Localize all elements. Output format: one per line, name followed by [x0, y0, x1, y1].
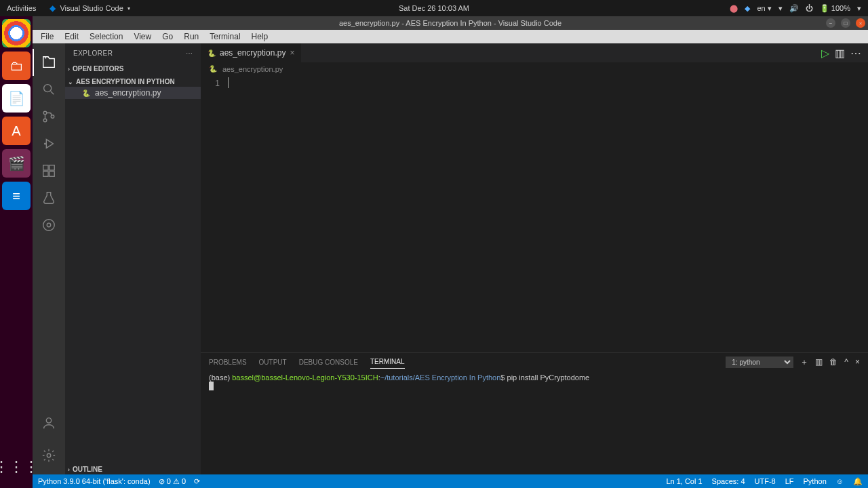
- dock-video-icon[interactable]: 🎬: [2, 149, 31, 178]
- dock-files-icon[interactable]: 🗀: [2, 52, 31, 80]
- menu-file[interactable]: File: [35, 32, 59, 41]
- open-editors-label: OPEN EDITORS: [73, 65, 123, 73]
- file-tree-item[interactable]: 🐍 aes_encryption.py: [65, 87, 201, 99]
- python-file-icon: 🐍: [81, 88, 91, 98]
- network-icon[interactable]: ▾: [778, 4, 783, 13]
- menu-help[interactable]: Help: [246, 32, 274, 41]
- activity-test-icon[interactable]: [33, 184, 65, 211]
- editor-tabs: 🐍 aes_encryption.py × ▷ ▥ ⋯: [201, 43, 868, 62]
- open-editors-header[interactable]: › OPEN EDITORS: [65, 64, 201, 74]
- terminal-select[interactable]: 1: python: [726, 357, 793, 368]
- tray-icon[interactable]: ◆: [745, 4, 750, 13]
- editor-more-icon[interactable]: ⋯: [850, 47, 861, 60]
- status-liveserver[interactable]: ⟳: [194, 477, 200, 486]
- svg-point-13: [47, 453, 51, 458]
- status-notifications-icon[interactable]: 🔔: [853, 477, 863, 486]
- svg-rect-9: [50, 171, 54, 176]
- maximize-panel-icon[interactable]: ^: [844, 357, 848, 367]
- window-close-button[interactable]: ×: [856, 18, 865, 28]
- vscode-window: aes_encryption.py - AES Encryption In Py…: [33, 16, 868, 488]
- editor-area: 🐍 aes_encryption.py × ▷ ▥ ⋯ 🐍 aes_encryp…: [201, 43, 868, 474]
- status-eol[interactable]: LF: [785, 477, 794, 485]
- close-panel-icon[interactable]: ×: [855, 357, 860, 367]
- terminal-content[interactable]: (base) bassel@bassel-Lenovo-Legion-Y530-…: [201, 371, 868, 474]
- menu-terminal[interactable]: Terminal: [204, 32, 245, 41]
- bottom-panel: PROBLEMS OUTPUT DEBUG CONSOLE TERMINAL 1…: [201, 352, 868, 474]
- power-icon[interactable]: ⏻: [806, 4, 813, 12]
- activity-extensions-icon[interactable]: [33, 157, 65, 184]
- menu-edit[interactable]: Edit: [59, 32, 84, 41]
- activity-explorer-icon[interactable]: [33, 49, 65, 76]
- dock-vscode-icon[interactable]: ≡: [2, 182, 31, 210]
- term-env: (base): [209, 373, 232, 382]
- activity-bar: [33, 43, 65, 474]
- status-python[interactable]: Python 3.9.0 64-bit ('flask': conda): [38, 477, 151, 485]
- battery-indicator[interactable]: 🔋 100%: [820, 4, 850, 13]
- python-file-icon: 🐍: [209, 65, 217, 73]
- sidebar-more-icon[interactable]: ⋯: [186, 49, 193, 57]
- tab-close-icon[interactable]: ×: [290, 48, 294, 58]
- window-maximize-button[interactable]: □: [841, 18, 850, 28]
- split-terminal-icon[interactable]: ▥: [815, 357, 823, 367]
- breadcrumb[interactable]: 🐍 aes_encryption.py: [201, 62, 868, 76]
- activities-button[interactable]: Activities: [7, 4, 36, 12]
- status-language[interactable]: Python: [804, 477, 827, 485]
- panel-tab-problems[interactable]: PROBLEMS: [209, 356, 247, 369]
- svg-point-10: [43, 220, 55, 231]
- svg-point-2: [43, 111, 47, 115]
- svg-point-4: [51, 115, 54, 119]
- system-menu-icon[interactable]: ▾: [857, 4, 861, 13]
- activity-debug-icon[interactable]: [33, 130, 65, 157]
- status-encoding[interactable]: UTF-8: [755, 477, 776, 485]
- project-header[interactable]: ⌄ AES ENCRYPTION IN PYTHON: [65, 77, 201, 87]
- outline-header[interactable]: › OUTLINE: [65, 464, 201, 474]
- python-file-icon: 🐍: [208, 49, 216, 57]
- dock-apps-icon[interactable]: ⋮⋮⋮: [2, 453, 31, 481]
- dock-libreoffice-icon[interactable]: 📄: [2, 84, 31, 113]
- split-editor-icon[interactable]: ▥: [835, 47, 845, 60]
- dock-software-icon[interactable]: A: [2, 117, 31, 145]
- language-indicator[interactable]: en ▾: [757, 4, 771, 13]
- menu-selection[interactable]: Selection: [84, 32, 128, 41]
- chevron-down-icon: ⌄: [68, 79, 73, 85]
- menu-view[interactable]: View: [128, 32, 157, 41]
- dropdown-icon: ▾: [127, 5, 130, 12]
- file-label: aes_encryption.py: [95, 88, 161, 98]
- editor-tab[interactable]: 🐍 aes_encryption.py ×: [201, 43, 302, 62]
- status-feedback-icon[interactable]: ☺: [836, 477, 844, 485]
- line-number: 1: [201, 77, 220, 89]
- vscode-icon: ◆: [50, 3, 56, 13]
- activity-live-icon[interactable]: [33, 211, 65, 239]
- activity-search-icon[interactable]: [33, 76, 65, 103]
- editor-content[interactable]: 1: [201, 76, 868, 352]
- app-menu[interactable]: ◆ Visual Studio Code ▾: [45, 3, 134, 13]
- window-minimize-button[interactable]: −: [826, 18, 835, 28]
- status-indentation[interactable]: Spaces: 4: [712, 477, 745, 485]
- status-problems[interactable]: ⊘ 0 ⚠ 0: [159, 477, 186, 486]
- kill-terminal-icon[interactable]: 🗑: [829, 357, 837, 367]
- svg-rect-6: [43, 165, 48, 170]
- term-userhost: bassel@bassel-Lenovo-Legion-Y530-15ICH: [232, 373, 378, 382]
- system-datetime[interactable]: Sat Dec 26 10:03 AM: [399, 4, 469, 12]
- chevron-right-icon: ›: [68, 466, 70, 473]
- dock-chrome-icon[interactable]: [2, 19, 31, 47]
- code-area[interactable]: [228, 76, 868, 352]
- volume-icon[interactable]: 🔊: [789, 4, 799, 13]
- run-file-icon[interactable]: ▷: [821, 47, 829, 60]
- panel-tab-terminal[interactable]: TERMINAL: [370, 355, 405, 369]
- activity-settings-icon[interactable]: [33, 442, 65, 469]
- menu-go[interactable]: Go: [157, 32, 178, 41]
- chevron-right-icon: ›: [68, 66, 70, 73]
- outline-label: OUTLINE: [73, 466, 102, 473]
- menu-run[interactable]: Run: [178, 32, 204, 41]
- panel-tab-debug[interactable]: DEBUG CONSOLE: [299, 356, 358, 369]
- activity-account-icon[interactable]: [33, 409, 65, 436]
- panel-tab-output[interactable]: OUTPUT: [259, 356, 287, 369]
- status-bar: Python 3.9.0 64-bit ('flask': conda) ⊘ 0…: [33, 474, 868, 488]
- record-icon[interactable]: ⬤: [730, 4, 738, 13]
- activity-source-control-icon[interactable]: [33, 103, 65, 130]
- svg-point-12: [46, 418, 51, 423]
- project-label: AES ENCRYPTION IN PYTHON: [76, 78, 175, 85]
- status-cursor-position[interactable]: Ln 1, Col 1: [666, 477, 702, 485]
- new-terminal-icon[interactable]: ＋: [800, 357, 808, 368]
